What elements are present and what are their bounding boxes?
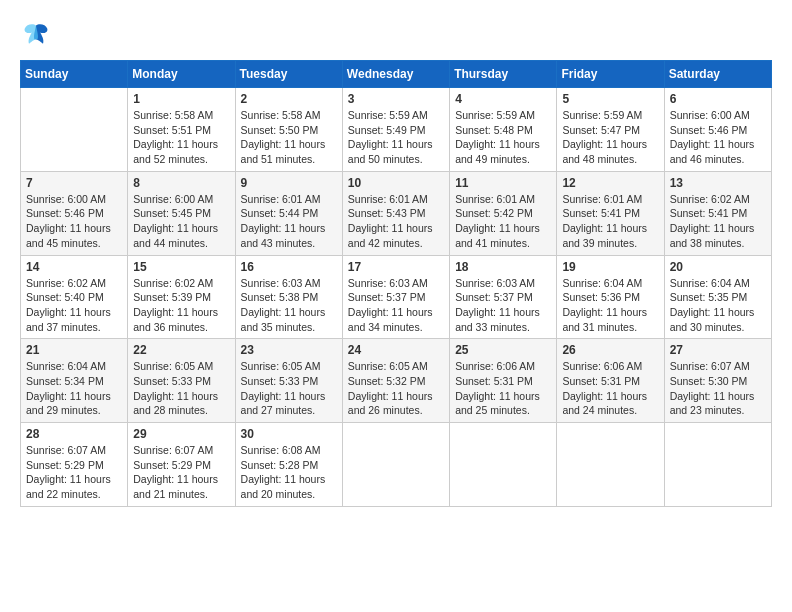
column-header-sunday: Sunday xyxy=(21,61,128,88)
calendar-header-row: SundayMondayTuesdayWednesdayThursdayFrid… xyxy=(21,61,772,88)
day-number: 26 xyxy=(562,343,658,357)
calendar-cell: 21Sunrise: 6:04 AM Sunset: 5:34 PM Dayli… xyxy=(21,339,128,423)
day-info: Sunrise: 5:58 AM Sunset: 5:51 PM Dayligh… xyxy=(133,108,229,167)
calendar-cell: 20Sunrise: 6:04 AM Sunset: 5:35 PM Dayli… xyxy=(664,255,771,339)
day-info: Sunrise: 6:03 AM Sunset: 5:37 PM Dayligh… xyxy=(348,276,444,335)
day-number: 17 xyxy=(348,260,444,274)
calendar-cell: 24Sunrise: 6:05 AM Sunset: 5:32 PM Dayli… xyxy=(342,339,449,423)
day-number: 9 xyxy=(241,176,337,190)
calendar-cell: 23Sunrise: 6:05 AM Sunset: 5:33 PM Dayli… xyxy=(235,339,342,423)
day-number: 27 xyxy=(670,343,766,357)
day-number: 16 xyxy=(241,260,337,274)
calendar-cell: 10Sunrise: 6:01 AM Sunset: 5:43 PM Dayli… xyxy=(342,171,449,255)
calendar-week-row: 14Sunrise: 6:02 AM Sunset: 5:40 PM Dayli… xyxy=(21,255,772,339)
day-info: Sunrise: 6:06 AM Sunset: 5:31 PM Dayligh… xyxy=(562,359,658,418)
day-info: Sunrise: 6:00 AM Sunset: 5:45 PM Dayligh… xyxy=(133,192,229,251)
day-info: Sunrise: 6:04 AM Sunset: 5:35 PM Dayligh… xyxy=(670,276,766,335)
day-info: Sunrise: 6:02 AM Sunset: 5:41 PM Dayligh… xyxy=(670,192,766,251)
column-header-thursday: Thursday xyxy=(450,61,557,88)
day-info: Sunrise: 6:01 AM Sunset: 5:43 PM Dayligh… xyxy=(348,192,444,251)
day-number: 28 xyxy=(26,427,122,441)
column-header-monday: Monday xyxy=(128,61,235,88)
calendar-cell: 7Sunrise: 6:00 AM Sunset: 5:46 PM Daylig… xyxy=(21,171,128,255)
day-number: 23 xyxy=(241,343,337,357)
calendar-week-row: 7Sunrise: 6:00 AM Sunset: 5:46 PM Daylig… xyxy=(21,171,772,255)
day-info: Sunrise: 6:01 AM Sunset: 5:42 PM Dayligh… xyxy=(455,192,551,251)
day-number: 22 xyxy=(133,343,229,357)
calendar-cell: 27Sunrise: 6:07 AM Sunset: 5:30 PM Dayli… xyxy=(664,339,771,423)
calendar-cell: 28Sunrise: 6:07 AM Sunset: 5:29 PM Dayli… xyxy=(21,423,128,507)
calendar-cell: 9Sunrise: 6:01 AM Sunset: 5:44 PM Daylig… xyxy=(235,171,342,255)
day-info: Sunrise: 6:03 AM Sunset: 5:38 PM Dayligh… xyxy=(241,276,337,335)
calendar-cell: 2Sunrise: 5:58 AM Sunset: 5:50 PM Daylig… xyxy=(235,88,342,172)
calendar-cell: 4Sunrise: 5:59 AM Sunset: 5:48 PM Daylig… xyxy=(450,88,557,172)
day-info: Sunrise: 6:04 AM Sunset: 5:36 PM Dayligh… xyxy=(562,276,658,335)
calendar-cell: 5Sunrise: 5:59 AM Sunset: 5:47 PM Daylig… xyxy=(557,88,664,172)
calendar-week-row: 21Sunrise: 6:04 AM Sunset: 5:34 PM Dayli… xyxy=(21,339,772,423)
day-info: Sunrise: 6:08 AM Sunset: 5:28 PM Dayligh… xyxy=(241,443,337,502)
day-info: Sunrise: 6:03 AM Sunset: 5:37 PM Dayligh… xyxy=(455,276,551,335)
day-info: Sunrise: 6:07 AM Sunset: 5:30 PM Dayligh… xyxy=(670,359,766,418)
calendar-week-row: 28Sunrise: 6:07 AM Sunset: 5:29 PM Dayli… xyxy=(21,423,772,507)
calendar-cell: 12Sunrise: 6:01 AM Sunset: 5:41 PM Dayli… xyxy=(557,171,664,255)
day-number: 30 xyxy=(241,427,337,441)
column-header-friday: Friday xyxy=(557,61,664,88)
day-info: Sunrise: 5:58 AM Sunset: 5:50 PM Dayligh… xyxy=(241,108,337,167)
day-number: 21 xyxy=(26,343,122,357)
day-number: 5 xyxy=(562,92,658,106)
logo xyxy=(20,20,54,52)
day-number: 29 xyxy=(133,427,229,441)
day-info: Sunrise: 6:07 AM Sunset: 5:29 PM Dayligh… xyxy=(26,443,122,502)
calendar-cell xyxy=(21,88,128,172)
day-info: Sunrise: 6:06 AM Sunset: 5:31 PM Dayligh… xyxy=(455,359,551,418)
calendar-cell: 17Sunrise: 6:03 AM Sunset: 5:37 PM Dayli… xyxy=(342,255,449,339)
calendar-cell: 30Sunrise: 6:08 AM Sunset: 5:28 PM Dayli… xyxy=(235,423,342,507)
calendar-cell: 3Sunrise: 5:59 AM Sunset: 5:49 PM Daylig… xyxy=(342,88,449,172)
day-info: Sunrise: 6:05 AM Sunset: 5:33 PM Dayligh… xyxy=(133,359,229,418)
calendar-cell: 19Sunrise: 6:04 AM Sunset: 5:36 PM Dayli… xyxy=(557,255,664,339)
column-header-wednesday: Wednesday xyxy=(342,61,449,88)
page-header xyxy=(20,20,772,52)
day-info: Sunrise: 6:00 AM Sunset: 5:46 PM Dayligh… xyxy=(26,192,122,251)
column-header-saturday: Saturday xyxy=(664,61,771,88)
day-number: 18 xyxy=(455,260,551,274)
day-info: Sunrise: 6:07 AM Sunset: 5:29 PM Dayligh… xyxy=(133,443,229,502)
calendar-cell: 25Sunrise: 6:06 AM Sunset: 5:31 PM Dayli… xyxy=(450,339,557,423)
day-info: Sunrise: 6:02 AM Sunset: 5:40 PM Dayligh… xyxy=(26,276,122,335)
day-number: 20 xyxy=(670,260,766,274)
calendar-cell: 26Sunrise: 6:06 AM Sunset: 5:31 PM Dayli… xyxy=(557,339,664,423)
day-info: Sunrise: 6:05 AM Sunset: 5:33 PM Dayligh… xyxy=(241,359,337,418)
calendar-cell: 18Sunrise: 6:03 AM Sunset: 5:37 PM Dayli… xyxy=(450,255,557,339)
calendar-cell xyxy=(450,423,557,507)
day-number: 12 xyxy=(562,176,658,190)
day-info: Sunrise: 5:59 AM Sunset: 5:49 PM Dayligh… xyxy=(348,108,444,167)
calendar-cell: 6Sunrise: 6:00 AM Sunset: 5:46 PM Daylig… xyxy=(664,88,771,172)
calendar-table: SundayMondayTuesdayWednesdayThursdayFrid… xyxy=(20,60,772,507)
calendar-cell: 1Sunrise: 5:58 AM Sunset: 5:51 PM Daylig… xyxy=(128,88,235,172)
day-info: Sunrise: 6:04 AM Sunset: 5:34 PM Dayligh… xyxy=(26,359,122,418)
calendar-cell xyxy=(664,423,771,507)
calendar-cell: 8Sunrise: 6:00 AM Sunset: 5:45 PM Daylig… xyxy=(128,171,235,255)
day-number: 2 xyxy=(241,92,337,106)
day-number: 11 xyxy=(455,176,551,190)
day-number: 3 xyxy=(348,92,444,106)
day-number: 19 xyxy=(562,260,658,274)
day-number: 14 xyxy=(26,260,122,274)
day-number: 15 xyxy=(133,260,229,274)
calendar-cell: 15Sunrise: 6:02 AM Sunset: 5:39 PM Dayli… xyxy=(128,255,235,339)
day-info: Sunrise: 6:01 AM Sunset: 5:44 PM Dayligh… xyxy=(241,192,337,251)
calendar-cell: 14Sunrise: 6:02 AM Sunset: 5:40 PM Dayli… xyxy=(21,255,128,339)
calendar-cell: 29Sunrise: 6:07 AM Sunset: 5:29 PM Dayli… xyxy=(128,423,235,507)
column-header-tuesday: Tuesday xyxy=(235,61,342,88)
day-info: Sunrise: 6:00 AM Sunset: 5:46 PM Dayligh… xyxy=(670,108,766,167)
day-number: 24 xyxy=(348,343,444,357)
day-info: Sunrise: 5:59 AM Sunset: 5:47 PM Dayligh… xyxy=(562,108,658,167)
day-number: 10 xyxy=(348,176,444,190)
day-number: 6 xyxy=(670,92,766,106)
day-number: 7 xyxy=(26,176,122,190)
day-number: 4 xyxy=(455,92,551,106)
day-info: Sunrise: 6:02 AM Sunset: 5:39 PM Dayligh… xyxy=(133,276,229,335)
calendar-cell: 11Sunrise: 6:01 AM Sunset: 5:42 PM Dayli… xyxy=(450,171,557,255)
day-number: 25 xyxy=(455,343,551,357)
day-number: 13 xyxy=(670,176,766,190)
